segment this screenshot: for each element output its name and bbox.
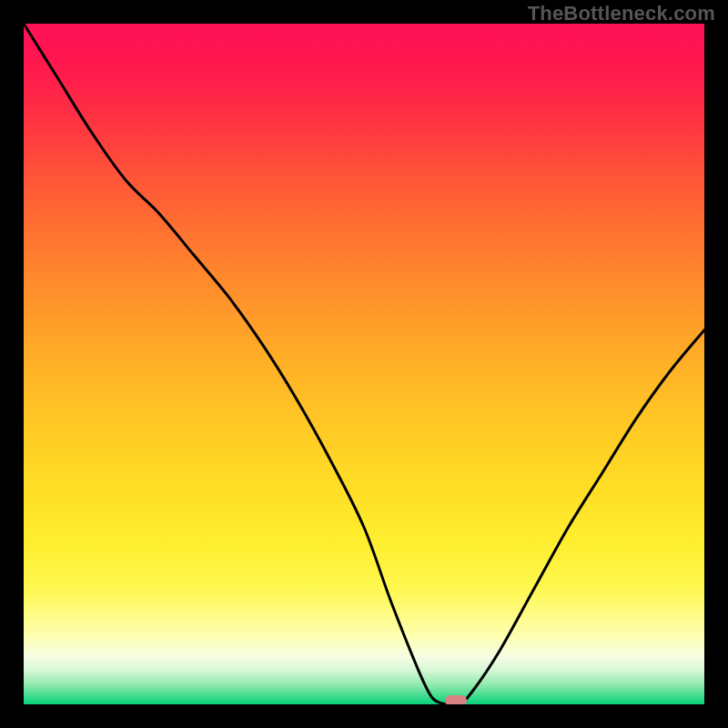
chart-frame: TheBottleneck.com [0, 0, 728, 728]
optimal-point-marker [445, 695, 467, 704]
watermark-label: TheBottleneck.com [528, 2, 715, 25]
bottleneck-curve [24, 24, 704, 704]
plot-area [24, 24, 704, 704]
